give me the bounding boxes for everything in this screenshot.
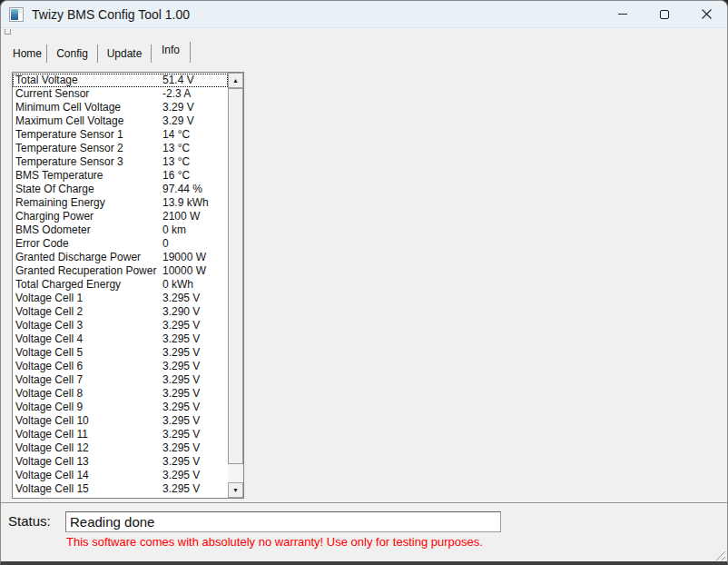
list-item[interactable]: Minimum Cell Voltage 3.29 V [13, 101, 228, 114]
list-item-value: 3.295 V [162, 387, 200, 401]
list-item-value: 3.295 V [162, 360, 200, 373]
list-item-label: Total Charged Energy [13, 278, 121, 291]
list-item-label: Voltage Cell 15 [13, 482, 89, 495]
list-item-label: Voltage Cell 12 [13, 441, 89, 454]
list-item-label: Voltage Cell 11 [13, 428, 88, 441]
list-item-value: 13 °C [162, 142, 190, 155]
list-item[interactable]: Total Voltage 51.4 V [13, 74, 228, 87]
window-controls [602, 1, 727, 27]
list-item[interactable]: Maximum Cell Voltage 3.29 V [13, 114, 228, 128]
minimize-icon [618, 14, 627, 15]
tab-label: Info [162, 44, 180, 56]
resize-grip[interactable] [713, 549, 725, 560]
list-item[interactable]: Voltage Cell 5 3.295 V [13, 346, 228, 360]
list-item-label: Voltage Cell 3 [13, 319, 83, 332]
list-item-label: Error Code [13, 237, 69, 250]
status-textbox[interactable] [65, 511, 501, 532]
tab[interactable]: Update [98, 45, 152, 63]
list-item-label: Total Voltage [13, 74, 78, 86]
app-window: Twizy BMS Config Tool 1.00 Home Config [0, 0, 728, 565]
list-item[interactable]: Granted Recuperation Power 10000 W [13, 264, 228, 278]
list-item-value: 0 [162, 237, 169, 251]
list-item[interactable]: Voltage Cell 1 3.295 V [13, 292, 228, 305]
list-item-value: 3.295 V [162, 319, 200, 332]
list-item[interactable]: Voltage Cell 10 3.295 V [13, 414, 228, 428]
tab[interactable]: Home [8, 45, 47, 63]
scroll-down-button[interactable]: ▼ [228, 482, 243, 498]
list-item-label: Granted Discharge Power [13, 251, 141, 263]
list-item-label: Voltage Cell 5 [13, 346, 83, 359]
list-item[interactable]: BMS Temperature 16 °C [13, 169, 228, 183]
list-item-label: Voltage Cell 1 [13, 292, 83, 304]
list-item[interactable]: Voltage Cell 8 3.295 V [13, 387, 228, 401]
warranty-warning-text: This software comes with absolutely no w… [66, 535, 483, 549]
list-item-value: 51.4 V [162, 74, 194, 87]
app-icon [9, 7, 24, 22]
list-item-label: Voltage Cell 6 [13, 360, 83, 372]
list-item[interactable]: Current Sensor -2.3 A [13, 87, 228, 101]
list-item[interactable]: Voltage Cell 12 3.295 V [13, 441, 228, 455]
list-item[interactable]: Voltage Cell 15 3.295 V [13, 482, 228, 496]
close-icon [702, 9, 712, 19]
list-item-value: 16 °C [162, 169, 190, 183]
tab-bar: Home Config Update Info [8, 42, 191, 63]
bms-info-listbox[interactable]: Total Voltage 51.4 V Current Sensor -2.3… [12, 72, 244, 499]
scroll-up-button[interactable]: ▲ [228, 73, 243, 88]
status-separator [1, 502, 727, 503]
list-item[interactable]: Temperature Sensor 2 13 °C [13, 142, 228, 155]
tab-label: Config [56, 47, 88, 60]
list-item[interactable]: Voltage Cell 11 3.295 V [13, 428, 228, 441]
list-item-value: 3.295 V [162, 414, 200, 428]
list-item-value: 13 °C [162, 155, 190, 169]
list-item-label: Voltage Cell 9 [13, 401, 83, 413]
list-item[interactable]: Granted Discharge Power 19000 W [13, 251, 228, 264]
list-item-value: 19000 W [162, 251, 206, 264]
list-item-value: 14 °C [162, 128, 190, 142]
list-item-label: Voltage Cell 13 [13, 455, 89, 468]
list-item[interactable]: Voltage Cell 14 3.295 V [13, 469, 228, 482]
vertical-scrollbar[interactable]: ▲ ▼ [228, 73, 243, 498]
list-item[interactable]: Voltage Cell 9 3.295 V [13, 401, 228, 414]
list-item[interactable]: Charging Power 2100 W [13, 210, 228, 223]
minimize-button[interactable] [602, 1, 644, 27]
list-item-label: Granted Recuperation Power [13, 264, 156, 277]
list-item[interactable]: Voltage Cell 4 3.295 V [13, 332, 228, 346]
scrollbar-thumb[interactable] [228, 88, 243, 464]
list-item-value: 13.9 kWh [162, 196, 209, 210]
list-item-value: 3.295 V [162, 401, 200, 414]
list-item-label: Voltage Cell 10 [13, 414, 89, 427]
status-label: Status: [8, 513, 51, 529]
list-item-label: Minimum Cell Voltage [13, 101, 121, 114]
list-item[interactable]: BMS Odometer 0 km [13, 223, 228, 237]
scroll-up-icon: ▲ [232, 77, 239, 84]
list-item[interactable]: Total Charged Energy 0 kWh [13, 278, 228, 292]
list-item[interactable]: Temperature Sensor 3 13 °C [13, 155, 228, 169]
close-button[interactable] [685, 1, 727, 27]
maximize-button[interactable] [644, 1, 685, 27]
info-rows: Total Voltage 51.4 V Current Sensor -2.3… [13, 74, 228, 496]
list-item-value: 3.295 V [162, 455, 200, 469]
list-item[interactable]: State Of Charge 97.44 % [13, 183, 228, 196]
list-item[interactable]: Voltage Cell 13 3.295 V [13, 455, 228, 469]
list-item-label: Voltage Cell 7 [13, 373, 83, 386]
list-item-value: 3.29 V [162, 101, 194, 114]
list-item[interactable]: Voltage Cell 6 3.295 V [13, 360, 228, 373]
list-item-value: 10000 W [162, 264, 206, 278]
list-item-value: 3.290 V [162, 305, 200, 319]
list-item[interactable]: Voltage Cell 7 3.295 V [13, 373, 228, 387]
list-item-value: 3.295 V [162, 469, 200, 482]
tab[interactable]: Config [47, 45, 98, 63]
window-title: Twizy BMS Config Tool 1.00 [32, 7, 190, 22]
list-item[interactable]: Voltage Cell 3 3.295 V [13, 319, 228, 332]
tab[interactable]: Info [152, 42, 191, 63]
list-item-value: 2100 W [162, 210, 200, 223]
list-item-value: 3.295 V [162, 332, 200, 346]
list-item-label: Maximum Cell Voltage [13, 114, 123, 127]
list-item[interactable]: Temperature Sensor 1 14 °C [13, 128, 228, 142]
list-item-value: 97.44 % [162, 183, 202, 196]
list-item-label: Current Sensor [13, 87, 89, 100]
list-item[interactable]: Voltage Cell 2 3.290 V [13, 305, 228, 319]
list-item[interactable]: Error Code 0 [13, 237, 228, 251]
tab-label: Home [13, 47, 42, 60]
list-item[interactable]: Remaining Energy 13.9 kWh [13, 196, 228, 210]
